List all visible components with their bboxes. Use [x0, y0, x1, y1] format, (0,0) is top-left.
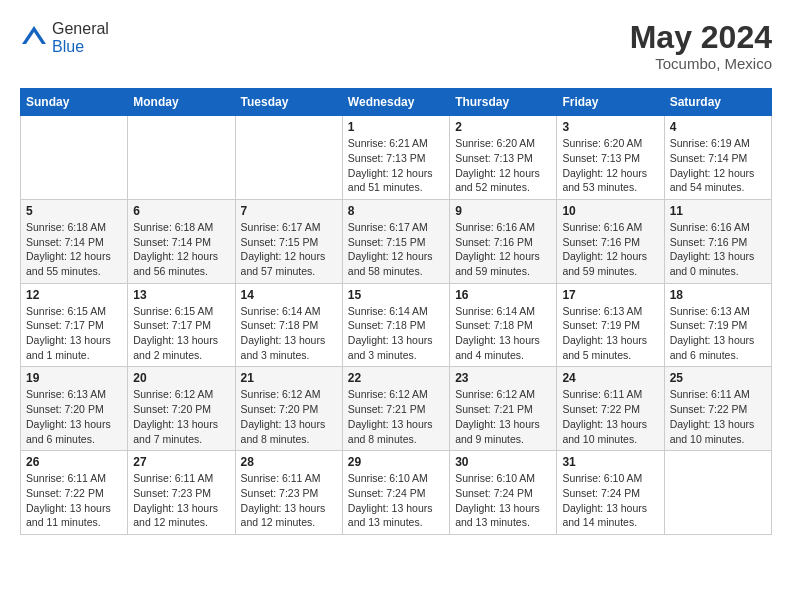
day-info-6: Sunrise: 6:18 AM Sunset: 7:14 PM Dayligh…	[133, 220, 229, 279]
cell-w5-d5: 30Sunrise: 6:10 AM Sunset: 7:24 PM Dayli…	[450, 451, 557, 535]
cell-w1-d7: 4Sunrise: 6:19 AM Sunset: 7:14 PM Daylig…	[664, 116, 771, 200]
day-info-29: Sunrise: 6:10 AM Sunset: 7:24 PM Dayligh…	[348, 471, 444, 530]
cell-w4-d6: 24Sunrise: 6:11 AM Sunset: 7:22 PM Dayli…	[557, 367, 664, 451]
header-friday: Friday	[557, 89, 664, 116]
location-subtitle: Tocumbo, Mexico	[630, 55, 772, 72]
day-info-11: Sunrise: 6:16 AM Sunset: 7:16 PM Dayligh…	[670, 220, 766, 279]
day-info-30: Sunrise: 6:10 AM Sunset: 7:24 PM Dayligh…	[455, 471, 551, 530]
week-row-3: 12Sunrise: 6:15 AM Sunset: 7:17 PM Dayli…	[21, 283, 772, 367]
day-number-5: 5	[26, 204, 122, 218]
header-thursday: Thursday	[450, 89, 557, 116]
cell-w3-d1: 12Sunrise: 6:15 AM Sunset: 7:17 PM Dayli…	[21, 283, 128, 367]
cell-w3-d4: 15Sunrise: 6:14 AM Sunset: 7:18 PM Dayli…	[342, 283, 449, 367]
week-row-5: 26Sunrise: 6:11 AM Sunset: 7:22 PM Dayli…	[21, 451, 772, 535]
week-row-4: 19Sunrise: 6:13 AM Sunset: 7:20 PM Dayli…	[21, 367, 772, 451]
cell-w4-d5: 23Sunrise: 6:12 AM Sunset: 7:21 PM Dayli…	[450, 367, 557, 451]
cell-w5-d6: 31Sunrise: 6:10 AM Sunset: 7:24 PM Dayli…	[557, 451, 664, 535]
day-info-17: Sunrise: 6:13 AM Sunset: 7:19 PM Dayligh…	[562, 304, 658, 363]
cell-w2-d7: 11Sunrise: 6:16 AM Sunset: 7:16 PM Dayli…	[664, 199, 771, 283]
day-info-21: Sunrise: 6:12 AM Sunset: 7:20 PM Dayligh…	[241, 387, 337, 446]
day-info-12: Sunrise: 6:15 AM Sunset: 7:17 PM Dayligh…	[26, 304, 122, 363]
day-number-20: 20	[133, 371, 229, 385]
cell-w3-d5: 16Sunrise: 6:14 AM Sunset: 7:18 PM Dayli…	[450, 283, 557, 367]
cell-w2-d1: 5Sunrise: 6:18 AM Sunset: 7:14 PM Daylig…	[21, 199, 128, 283]
day-info-27: Sunrise: 6:11 AM Sunset: 7:23 PM Dayligh…	[133, 471, 229, 530]
cell-w3-d7: 18Sunrise: 6:13 AM Sunset: 7:19 PM Dayli…	[664, 283, 771, 367]
day-number-4: 4	[670, 120, 766, 134]
logo-text: General Blue	[52, 20, 109, 56]
day-info-31: Sunrise: 6:10 AM Sunset: 7:24 PM Dayligh…	[562, 471, 658, 530]
cell-w4-d2: 20Sunrise: 6:12 AM Sunset: 7:20 PM Dayli…	[128, 367, 235, 451]
day-number-27: 27	[133, 455, 229, 469]
cell-w4-d1: 19Sunrise: 6:13 AM Sunset: 7:20 PM Dayli…	[21, 367, 128, 451]
day-info-28: Sunrise: 6:11 AM Sunset: 7:23 PM Dayligh…	[241, 471, 337, 530]
cell-w1-d3	[235, 116, 342, 200]
day-info-22: Sunrise: 6:12 AM Sunset: 7:21 PM Dayligh…	[348, 387, 444, 446]
day-number-21: 21	[241, 371, 337, 385]
day-number-18: 18	[670, 288, 766, 302]
day-number-13: 13	[133, 288, 229, 302]
day-number-15: 15	[348, 288, 444, 302]
header-monday: Monday	[128, 89, 235, 116]
day-info-19: Sunrise: 6:13 AM Sunset: 7:20 PM Dayligh…	[26, 387, 122, 446]
day-info-7: Sunrise: 6:17 AM Sunset: 7:15 PM Dayligh…	[241, 220, 337, 279]
cell-w4-d7: 25Sunrise: 6:11 AM Sunset: 7:22 PM Dayli…	[664, 367, 771, 451]
cell-w4-d3: 21Sunrise: 6:12 AM Sunset: 7:20 PM Dayli…	[235, 367, 342, 451]
page-header: General Blue May 2024 Tocumbo, Mexico	[20, 20, 772, 72]
cell-w5-d4: 29Sunrise: 6:10 AM Sunset: 7:24 PM Dayli…	[342, 451, 449, 535]
cell-w2-d2: 6Sunrise: 6:18 AM Sunset: 7:14 PM Daylig…	[128, 199, 235, 283]
day-number-16: 16	[455, 288, 551, 302]
day-info-14: Sunrise: 6:14 AM Sunset: 7:18 PM Dayligh…	[241, 304, 337, 363]
day-number-8: 8	[348, 204, 444, 218]
header-wednesday: Wednesday	[342, 89, 449, 116]
day-number-19: 19	[26, 371, 122, 385]
day-info-24: Sunrise: 6:11 AM Sunset: 7:22 PM Dayligh…	[562, 387, 658, 446]
day-info-20: Sunrise: 6:12 AM Sunset: 7:20 PM Dayligh…	[133, 387, 229, 446]
week-row-1: 1Sunrise: 6:21 AM Sunset: 7:13 PM Daylig…	[21, 116, 772, 200]
day-info-13: Sunrise: 6:15 AM Sunset: 7:17 PM Dayligh…	[133, 304, 229, 363]
header-tuesday: Tuesday	[235, 89, 342, 116]
logo-blue-text: Blue	[52, 38, 84, 55]
day-number-25: 25	[670, 371, 766, 385]
day-number-2: 2	[455, 120, 551, 134]
cell-w2-d4: 8Sunrise: 6:17 AM Sunset: 7:15 PM Daylig…	[342, 199, 449, 283]
logo-icon	[20, 24, 48, 52]
day-number-14: 14	[241, 288, 337, 302]
day-info-3: Sunrise: 6:20 AM Sunset: 7:13 PM Dayligh…	[562, 136, 658, 195]
day-info-26: Sunrise: 6:11 AM Sunset: 7:22 PM Dayligh…	[26, 471, 122, 530]
header-sunday: Sunday	[21, 89, 128, 116]
day-number-31: 31	[562, 455, 658, 469]
day-info-16: Sunrise: 6:14 AM Sunset: 7:18 PM Dayligh…	[455, 304, 551, 363]
week-row-2: 5Sunrise: 6:18 AM Sunset: 7:14 PM Daylig…	[21, 199, 772, 283]
cell-w1-d6: 3Sunrise: 6:20 AM Sunset: 7:13 PM Daylig…	[557, 116, 664, 200]
cell-w4-d4: 22Sunrise: 6:12 AM Sunset: 7:21 PM Dayli…	[342, 367, 449, 451]
cell-w1-d1	[21, 116, 128, 200]
day-number-10: 10	[562, 204, 658, 218]
day-info-8: Sunrise: 6:17 AM Sunset: 7:15 PM Dayligh…	[348, 220, 444, 279]
day-number-24: 24	[562, 371, 658, 385]
cell-w3-d3: 14Sunrise: 6:14 AM Sunset: 7:18 PM Dayli…	[235, 283, 342, 367]
calendar-header: SundayMondayTuesdayWednesdayThursdayFrid…	[21, 89, 772, 116]
cell-w1-d4: 1Sunrise: 6:21 AM Sunset: 7:13 PM Daylig…	[342, 116, 449, 200]
day-number-9: 9	[455, 204, 551, 218]
day-info-23: Sunrise: 6:12 AM Sunset: 7:21 PM Dayligh…	[455, 387, 551, 446]
day-number-12: 12	[26, 288, 122, 302]
day-info-15: Sunrise: 6:14 AM Sunset: 7:18 PM Dayligh…	[348, 304, 444, 363]
logo-general-text: General	[52, 20, 109, 37]
day-info-9: Sunrise: 6:16 AM Sunset: 7:16 PM Dayligh…	[455, 220, 551, 279]
day-info-2: Sunrise: 6:20 AM Sunset: 7:13 PM Dayligh…	[455, 136, 551, 195]
day-info-25: Sunrise: 6:11 AM Sunset: 7:22 PM Dayligh…	[670, 387, 766, 446]
month-year-title: May 2024	[630, 20, 772, 55]
logo: General Blue	[20, 20, 109, 56]
day-info-10: Sunrise: 6:16 AM Sunset: 7:16 PM Dayligh…	[562, 220, 658, 279]
cell-w5-d3: 28Sunrise: 6:11 AM Sunset: 7:23 PM Dayli…	[235, 451, 342, 535]
day-info-1: Sunrise: 6:21 AM Sunset: 7:13 PM Dayligh…	[348, 136, 444, 195]
cell-w5-d1: 26Sunrise: 6:11 AM Sunset: 7:22 PM Dayli…	[21, 451, 128, 535]
day-number-6: 6	[133, 204, 229, 218]
cell-w5-d7	[664, 451, 771, 535]
day-info-4: Sunrise: 6:19 AM Sunset: 7:14 PM Dayligh…	[670, 136, 766, 195]
cell-w2-d6: 10Sunrise: 6:16 AM Sunset: 7:16 PM Dayli…	[557, 199, 664, 283]
day-number-11: 11	[670, 204, 766, 218]
cell-w5-d2: 27Sunrise: 6:11 AM Sunset: 7:23 PM Dayli…	[128, 451, 235, 535]
cell-w3-d6: 17Sunrise: 6:13 AM Sunset: 7:19 PM Dayli…	[557, 283, 664, 367]
